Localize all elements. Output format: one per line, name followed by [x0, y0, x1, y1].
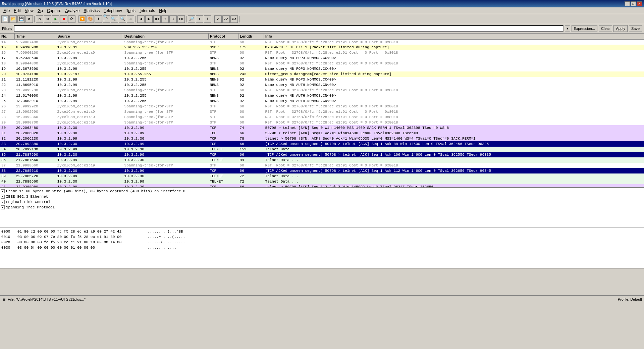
toolbar-zoom-out[interactable]: 🔍-: [111, 15, 118, 23]
toolbar-go-first[interactable]: ⏮: [153, 15, 161, 23]
toolbar-start-capture[interactable]: ▶: [52, 15, 59, 23]
toolbar-colorize[interactable]: 🎨: [87, 15, 94, 23]
toolbar-unmark-all[interactable]: ✗✗: [230, 15, 238, 23]
table-row[interactable]: 3120.206602010.3.2.3010.3.2.99TCP6650798…: [0, 131, 644, 136]
detail-item[interactable]: ▸Frame 1: 60 bytes on wire (480 bits), 6…: [1, 189, 643, 194]
cell-5: 78: [238, 136, 264, 141]
detail-item[interactable]: ▸Logical-Link Control: [1, 199, 643, 205]
cell-3: Spanning-tree-(for-STP: [123, 109, 209, 114]
table-row[interactable]: 4122.928898010.3.2.9910.3.2.30TCP66telne…: [0, 184, 644, 188]
cell-3: 10.3.2.255: [123, 77, 209, 82]
cell-1: 9.62338600: [15, 55, 56, 61]
cell-5: 72: [238, 173, 264, 179]
table-row[interactable]: 3320.789238010.3.2.3010.3.2.99TCP66[TCP …: [0, 141, 644, 147]
clear-button[interactable]: Clear: [599, 25, 612, 32]
menu-analyze[interactable]: Analyze: [63, 8, 82, 14]
packet-list[interactable]: No. Time Source Destination Protocol Len…: [0, 34, 644, 188]
table-row[interactable]: 2919.9990700ZyxelCom_ec:e1:a9Spanning-tr…: [0, 120, 644, 125]
cell-3: Spanning-tree-(for-STP: [123, 163, 209, 168]
save-button[interactable]: Save: [629, 25, 642, 32]
table-row[interactable]: 4022.788966010.3.2.3010.3.2.99TELNET72Te…: [0, 179, 644, 184]
toolbar-find[interactable]: 🔎: [188, 15, 195, 23]
table-row[interactable]: 3721.9988660ZyxelCom_ec:e1:a9Spanning-tr…: [0, 163, 644, 168]
toolbar-reset-zoom[interactable]: 🔍: [119, 15, 126, 23]
cell-2: ZyxelCom_ec:e1:a9: [56, 104, 123, 109]
toolbar-new[interactable]: 📄: [1, 15, 9, 23]
cell-4: STP: [208, 61, 238, 66]
toolbar-stop-capture[interactable]: ■: [60, 15, 67, 23]
toolbar-capture-opts[interactable]: ⚙: [44, 15, 51, 23]
table-row[interactable]: 2211.869591010.3.2.9910.3.2.255NBNS92Nam…: [0, 82, 644, 88]
toolbar-go-prev[interactable]: ⬆: [161, 15, 169, 23]
expression-button[interactable]: Expression...: [572, 25, 598, 32]
expand-icon[interactable]: ▸: [1, 200, 5, 204]
table-row[interactable]: 2815.9992360ZyxelCom_ec:e1:a9Spanning-tr…: [0, 114, 644, 120]
cell-3: 10.3.2.99: [123, 179, 209, 184]
table-row[interactable]: 2311.9993730ZyxelCom_ec:e1:a9Spanning-tr…: [0, 88, 644, 93]
table-row[interactable]: 2010.873418010.3.2.19710.3.255.255NBDS24…: [0, 71, 644, 77]
hex-dump: 000001 80 c2 00 00 00 fc f5 28 ec e1 a9 …: [0, 228, 644, 268]
table-row[interactable]: 3020.206348010.3.2.3010.3.2.99TCP7450798…: [0, 125, 644, 131]
expand-icon[interactable]: ▸: [1, 189, 5, 193]
menu-telephony[interactable]: Telephony: [102, 8, 124, 14]
toolbar-go-back[interactable]: ◀: [137, 15, 145, 23]
table-row[interactable]: 179.6233860010.3.2.9910.3.2.255NBNS92Nam…: [0, 55, 644, 61]
table-row[interactable]: 3621.788756010.3.2.9910.3.2.30TELNET84Te…: [0, 157, 644, 163]
cell-4: STP: [208, 163, 238, 168]
minimize-button[interactable]: _: [625, 1, 630, 6]
table-row[interactable]: 2111.118122010.3.2.9910.3.2.255NBNS92Nam…: [0, 77, 644, 82]
toolbar-autoscroll[interactable]: ⬇: [95, 15, 102, 23]
close-button[interactable]: ✕: [637, 1, 642, 6]
expand-icon[interactable]: ▸: [1, 195, 5, 199]
table-row[interactable]: 2613.9992920ZyxelCom_ec:e1:a9Spanning-tr…: [0, 104, 644, 109]
menu-tools[interactable]: Tools: [124, 8, 138, 14]
table-row[interactable]: 156.9439690010.3.2.31239.255.255.250SSDP…: [0, 45, 644, 50]
toolbar-reload[interactable]: ↻: [36, 15, 43, 23]
menu-go[interactable]: Go: [36, 8, 45, 14]
table-row[interactable]: 3822.788561010.3.2.3010.3.2.99TCP66[TCP …: [0, 168, 644, 173]
toolbar-resize-cols[interactable]: ⇔: [127, 15, 134, 23]
menu-statistics[interactable]: Statistics: [82, 8, 102, 14]
toolbar-go-last[interactable]: ⏭: [177, 15, 185, 23]
toolbar-mark-all[interactable]: ✓✓: [222, 15, 230, 23]
hex-offset: 0000: [1, 230, 15, 235]
apply-button[interactable]: Apply: [613, 25, 628, 32]
cell-5: 92: [238, 82, 264, 88]
toolbar-close[interactable]: ✖: [25, 15, 33, 23]
toolbar-restart-capture[interactable]: ⟳: [68, 15, 75, 23]
table-row[interactable]: 3922.788572010.3.2.9910.3.2.30TELNET72Te…: [0, 173, 644, 179]
maximize-button[interactable]: □: [631, 1, 636, 6]
filter-dropdown-button[interactable]: ▼: [565, 25, 570, 32]
table-row[interactable]: 3521.788759010.3.2.3010.3.2.99TCP66[TCP …: [0, 152, 644, 157]
toolbar-zoom-in[interactable]: 🔍+: [103, 15, 110, 23]
toolbar-find-next[interactable]: ⬇: [204, 15, 211, 23]
table-row[interactable]: 189.99944800ZyxelCom_ec:e1:a9Spanning-tr…: [0, 61, 644, 66]
menu-file[interactable]: File: [1, 8, 12, 14]
toolbar-save[interactable]: 💾: [17, 15, 25, 23]
menu-view[interactable]: View: [23, 8, 36, 14]
toolbar-open[interactable]: 📂: [9, 15, 17, 23]
cell-6: RST. Root = 32768/0/fc:f5:28:ec:e1:91 Co…: [264, 61, 644, 66]
table-row[interactable]: 2713.9992690ZyxelCom_ec:e1:a9Spanning-tr…: [0, 109, 644, 114]
toolbar-filter-list[interactable]: 🔽: [78, 15, 86, 23]
detail-item[interactable]: ▸IEEE 802.3 Ethernet: [1, 194, 643, 199]
table-row[interactable]: 167.99960100ZyxelCom_ec:e1:a9Spanning-tr…: [0, 50, 644, 55]
table-row[interactable]: 1910.367369010.3.2.9910.3.2.255NBNS92Nam…: [0, 66, 644, 71]
menu-edit[interactable]: Edit: [12, 8, 23, 14]
toolbar-go-next[interactable]: ⬇: [169, 15, 177, 23]
menu-capture[interactable]: Capture: [45, 8, 63, 14]
toolbar-mark-packet[interactable]: ✓: [214, 15, 222, 23]
expand-icon[interactable]: ▸: [1, 205, 5, 209]
menu-internals[interactable]: Internals: [138, 8, 157, 14]
table-row[interactable]: 3420.789213010.3.2.9910.3.2.30TELNET153T…: [0, 147, 644, 152]
table-row[interactable]: 2513.368391010.3.2.9910.3.2.255NBNS92Nam…: [0, 98, 644, 104]
menu-help[interactable]: Help: [157, 8, 169, 14]
filter-input[interactable]: [14, 25, 564, 32]
toolbar-find-prev[interactable]: ⬆: [196, 15, 203, 23]
table-row[interactable]: 3220.206623010.3.2.9910.3.2.30TCP78telne…: [0, 136, 644, 141]
detail-item[interactable]: ▸Spanning Tree Protocol: [1, 205, 643, 210]
cell-6: [TCP ACKed unseen segment] 50798 > telne…: [264, 152, 644, 157]
table-row[interactable]: 145.99967400ZyxelCom_ec:e1:a9Spanning-tr…: [0, 39, 644, 45]
table-row[interactable]: 2412.617000010.3.2.9910.3.2.255NBNS92Nam…: [0, 93, 644, 98]
toolbar-go-forward[interactable]: ▶: [145, 15, 153, 23]
